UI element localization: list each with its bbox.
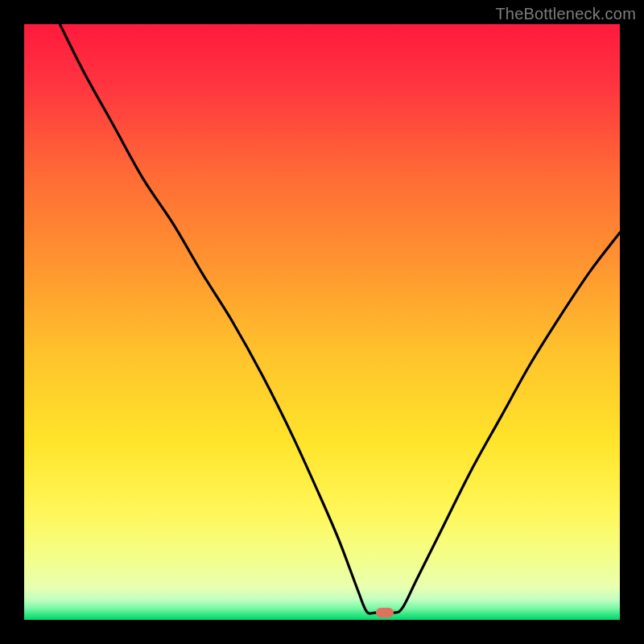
plot-area <box>24 24 620 620</box>
optimal-marker <box>376 608 394 617</box>
chart-frame: TheBottleneck.com <box>0 0 644 644</box>
bottleneck-curve <box>60 24 620 613</box>
watermark-text: TheBottleneck.com <box>495 5 636 23</box>
curve-layer <box>24 24 620 620</box>
